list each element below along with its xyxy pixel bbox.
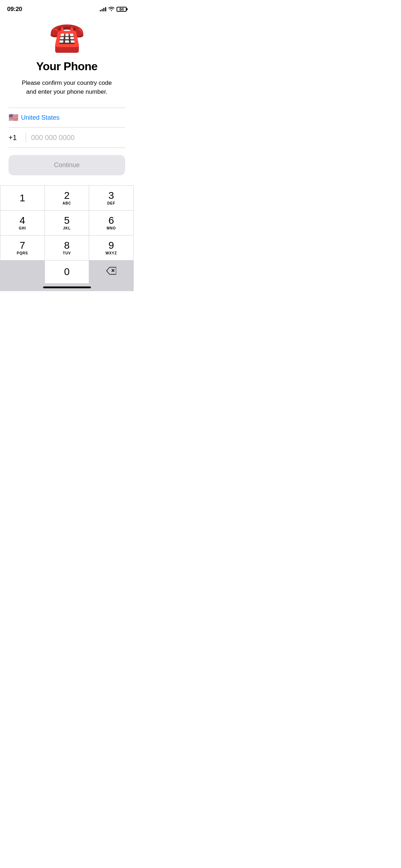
numpad-key-backspace[interactable] — [89, 260, 133, 283]
phone-input-row: +1 — [9, 128, 125, 148]
numpad-key-1[interactable]: 1 — [0, 186, 45, 210]
country-name: United States — [21, 114, 60, 122]
wifi-icon — [108, 6, 114, 12]
phone-emoji: ☎️ — [9, 23, 125, 51]
home-indicator — [0, 284, 134, 291]
numpad: 1 2 ABC 3 DEF 4 GHI 5 JKL 6 MNO 7 PQRS 8… — [0, 185, 134, 284]
numpad-key-empty — [0, 260, 45, 283]
numpad-key-0[interactable]: 0 — [45, 260, 89, 283]
status-time: 09:20 — [7, 6, 22, 13]
numpad-key-5[interactable]: 5 JKL — [45, 211, 89, 235]
home-bar — [43, 286, 91, 288]
main-content: ☎️ Your Phone Please confirm your countr… — [0, 16, 134, 175]
numpad-key-2[interactable]: 2 ABC — [45, 186, 89, 210]
numpad-key-4[interactable]: 4 GHI — [0, 211, 45, 235]
numpad-key-9[interactable]: 9 WXYZ — [89, 236, 133, 260]
phone-number-input[interactable] — [31, 134, 125, 142]
battery-icon: 84 — [117, 7, 127, 12]
backspace-icon — [106, 267, 116, 277]
signal-icon — [100, 7, 106, 11]
numpad-key-6[interactable]: 6 MNO — [89, 211, 133, 235]
numpad-key-7[interactable]: 7 PQRS — [0, 236, 45, 260]
numpad-key-8[interactable]: 8 TUV — [45, 236, 89, 260]
form-area: 🇺🇸 United States +1 — [9, 108, 125, 148]
status-icons: 84 — [100, 6, 127, 12]
continue-button[interactable]: Continue — [9, 155, 125, 175]
country-flag: 🇺🇸 — [9, 113, 18, 122]
status-bar: 09:20 84 — [0, 0, 134, 16]
country-selector[interactable]: 🇺🇸 United States — [9, 108, 125, 128]
country-code: +1 — [9, 134, 26, 142]
input-divider — [26, 133, 26, 143]
page-title: Your Phone — [9, 60, 125, 73]
numpad-key-3[interactable]: 3 DEF — [89, 186, 133, 210]
page-subtitle: Please confirm your country codeand ente… — [9, 79, 125, 96]
